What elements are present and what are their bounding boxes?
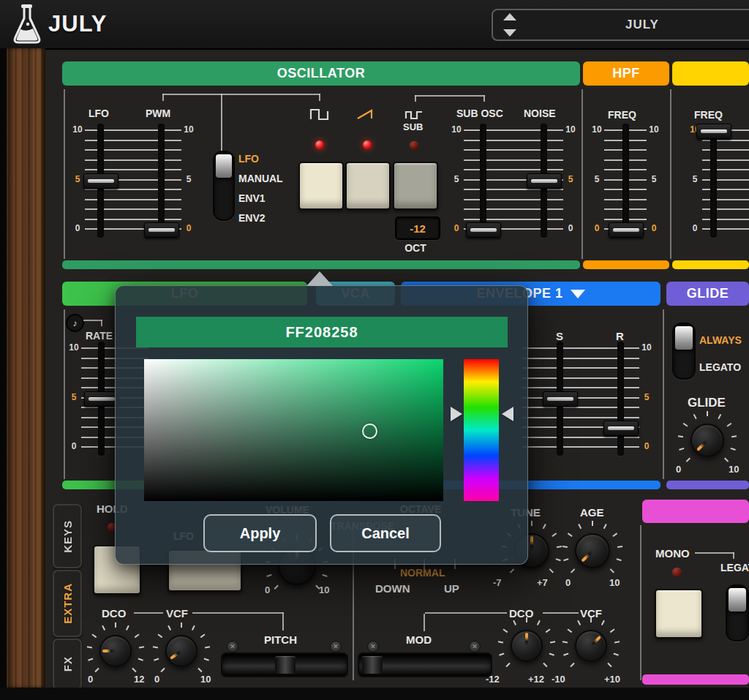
octave-normal-label[interactable]: NORMAL: [400, 567, 445, 579]
knob-tick: [549, 568, 554, 573]
sub-octave-display[interactable]: -12: [395, 217, 440, 240]
knob-tick: [679, 447, 684, 450]
vcf-freq-slider-group: 1050: [689, 125, 749, 242]
noise-slider[interactable]: [527, 173, 562, 189]
glide-mode-switch[interactable]: [672, 323, 696, 380]
pwm-mode-switch-knob[interactable]: [216, 154, 232, 178]
pwm-mode-manual[interactable]: MANUAL: [238, 173, 283, 184]
envelope-slider-group: 1050: [522, 343, 652, 460]
preset-up-icon[interactable]: [503, 13, 516, 20]
pulse-wave-button[interactable]: [298, 162, 344, 210]
sub-osc-slider[interactable]: [466, 222, 501, 238]
glide-legato-label[interactable]: LEGATO: [699, 361, 741, 373]
slider-scale-number: 0: [68, 441, 80, 451]
mono-section-header: [642, 500, 749, 523]
color-selector-circle[interactable]: [362, 424, 377, 439]
legato-switch[interactable]: [726, 584, 749, 641]
oct-label: OCT: [398, 242, 433, 254]
sub-osc-slider-track[interactable]: [480, 124, 486, 238]
bend-vcf-knob[interactable]: [162, 631, 201, 671]
pulse-wave-icon: [309, 108, 331, 121]
apply-button[interactable]: Apply: [203, 514, 317, 552]
osc-pwm-slider-track[interactable]: [158, 124, 165, 238]
hue-arrow-left-icon[interactable]: [451, 407, 462, 421]
slider-scale-number: 0: [72, 223, 83, 233]
slider-scale-number: 5: [648, 174, 660, 184]
legato-switch-knob[interactable]: [729, 588, 746, 611]
sub-osc-button[interactable]: [393, 162, 438, 210]
pwm-mode-lfo[interactable]: LFO: [238, 153, 259, 165]
mod-vcf-knob[interactable]: [571, 626, 611, 666]
pwm-mode-env1[interactable]: ENV1: [238, 192, 266, 204]
routing-line: [134, 612, 163, 614]
hpf-freq-slider-track[interactable]: [622, 124, 629, 238]
tab-keys[interactable]: KEYS: [53, 504, 82, 568]
routing-line: [282, 612, 284, 631]
mod-dco-knob[interactable]: [507, 626, 546, 666]
preset-selector[interactable]: JULY: [492, 9, 749, 41]
glide-knob[interactable]: [687, 420, 728, 461]
sustain-label: S: [556, 330, 563, 342]
pitch-wheel-handle[interactable]: [275, 656, 296, 674]
vcf-freq-slider[interactable]: [696, 124, 731, 139]
slider-scale-number: 5: [641, 392, 652, 402]
routing-line: [319, 94, 320, 101]
sub-square-icon: [404, 110, 424, 121]
knob-tick: [610, 628, 615, 633]
osc-pwm-slider-stripe: [148, 228, 175, 232]
tab-fx[interactable]: FX: [53, 639, 82, 690]
hue-arrow-right-icon[interactable]: [502, 407, 513, 421]
rate-label: RATE: [86, 330, 113, 342]
screw-icon: ✕: [330, 641, 342, 652]
knob-tick: [693, 413, 697, 418]
knob-tick: [154, 658, 159, 661]
mod-wheel-handle[interactable]: [362, 656, 383, 674]
age-knob[interactable]: [571, 530, 614, 572]
env-release-slider[interactable]: [603, 421, 639, 436]
tab-extra[interactable]: EXTRA: [53, 570, 82, 637]
slider-scale-number: 0: [648, 223, 660, 233]
saw-wave-button[interactable]: [345, 162, 391, 210]
env-release-slider-track[interactable]: [617, 342, 624, 456]
osc-lfo-slider[interactable]: [83, 173, 118, 189]
divider: [64, 89, 65, 259]
glide-mode-switch-knob[interactable]: [675, 326, 693, 350]
sub-noise-slider-group: 10501050: [451, 125, 576, 242]
glide-always-label[interactable]: ALWAYS: [699, 334, 742, 346]
mod-wheel[interactable]: [358, 652, 492, 677]
bend-dco-knob[interactable]: [96, 631, 135, 671]
hue-strip[interactable]: [464, 359, 499, 501]
cancel-button[interactable]: Cancel: [330, 514, 441, 552]
hpf-freq-slider[interactable]: [609, 222, 644, 238]
slider-scale-line: [702, 199, 749, 200]
knob-tick: [135, 633, 140, 638]
pitch-wheel[interactable]: [221, 652, 348, 677]
osc-pwm-slider[interactable]: [144, 222, 179, 238]
mono-button[interactable]: [655, 589, 703, 639]
preset-down-icon[interactable]: [503, 29, 516, 37]
octave-down-label[interactable]: DOWN: [375, 582, 410, 595]
mono-legato-label: LEGATO: [720, 562, 749, 573]
routing-line: [162, 94, 164, 101]
vcf-freq-slider-track[interactable]: [710, 124, 717, 238]
pwm-mode-env2[interactable]: ENV2: [238, 212, 266, 224]
pwm-mode-switch[interactable]: [213, 151, 235, 221]
octave-up-label[interactable]: UP: [444, 582, 459, 595]
knob-tick: [570, 662, 574, 666]
vcf-footer: [672, 260, 749, 269]
mod-dco-max: +12: [528, 674, 544, 685]
envelope-dropdown-icon[interactable]: [571, 290, 585, 298]
slider-scale-line: [464, 219, 563, 220]
slider-scale-number: 10: [641, 342, 652, 353]
knob-tick: [617, 546, 622, 548]
env-sustain-slider[interactable]: [543, 391, 578, 407]
preset-name[interactable]: JULY: [537, 10, 748, 39]
mod-dco-label: DCO: [509, 607, 533, 620]
knob-tick: [266, 573, 271, 576]
music-note-icon[interactable]: ♪: [66, 314, 84, 332]
knob-tick: [94, 667, 99, 671]
age-min: 0: [565, 577, 571, 588]
lfo-rate-slider[interactable]: [84, 391, 119, 407]
saturation-value-area[interactable]: [144, 359, 443, 501]
screw-icon: ✕: [227, 641, 238, 652]
